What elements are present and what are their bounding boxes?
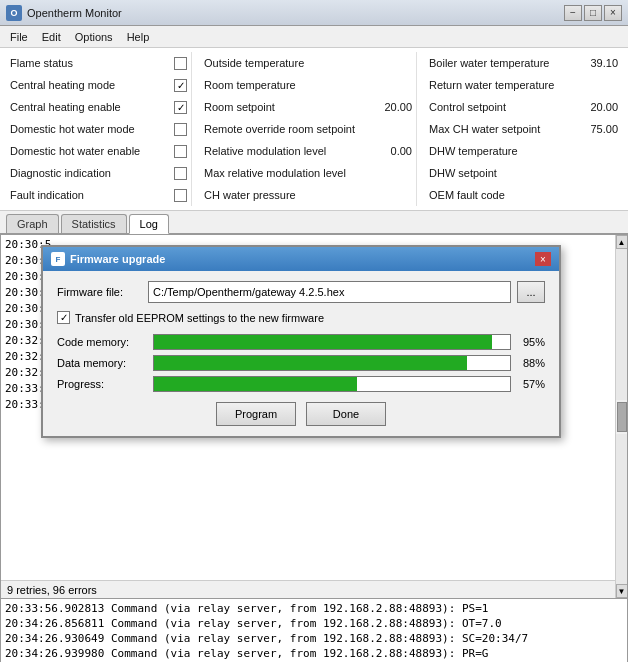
close-button[interactable]: ×: [604, 5, 622, 21]
minimize-button[interactable]: −: [564, 5, 582, 21]
rel-mod-label: Relative modulation level: [204, 145, 326, 157]
diag-label: Diagnostic indication: [10, 167, 111, 179]
status-row-dhw-mode: Domestic hot water mode: [6, 118, 191, 140]
app-icon: O: [6, 5, 22, 21]
outside-temp-label: Outside temperature: [204, 57, 304, 69]
tab-graph[interactable]: Graph: [6, 214, 59, 233]
tab-log[interactable]: Log: [129, 214, 169, 234]
code-memory-row: Code memory: 95%: [57, 334, 545, 350]
transfer-label: Transfer old EEPROM settings to the new …: [75, 312, 324, 324]
progress-row: Progress: 57%: [57, 376, 545, 392]
menu-help[interactable]: Help: [121, 29, 156, 45]
title-buttons: − □ ×: [564, 5, 622, 21]
menu-bar: File Edit Options Help: [0, 26, 628, 48]
mid-row-remote-override: Remote override room setpoint: [200, 118, 416, 140]
dhw-mode-label: Domestic hot water mode: [10, 123, 135, 135]
dialog-close-button[interactable]: ×: [535, 252, 551, 266]
room-temp-label: Room temperature: [204, 79, 296, 91]
status-row-dhw-enable: Domestic hot water enable: [6, 140, 191, 162]
mid-row-room-setpoint: Room setpoint 20.00: [200, 96, 416, 118]
menu-options[interactable]: Options: [69, 29, 119, 45]
tab-statistics[interactable]: Statistics: [61, 214, 127, 233]
bottom-log: 20:33:56.902813 Command (via relay serve…: [0, 599, 628, 662]
transfer-checkbox[interactable]: ✓: [57, 311, 70, 324]
fault-label: Fault indication: [10, 189, 84, 201]
room-setpoint-label: Room setpoint: [204, 101, 275, 113]
status-row-fault: Fault indication: [6, 184, 191, 206]
status-row-diag: Diagnostic indication: [6, 162, 191, 184]
right-row-control-setpoint: Control setpoint 20.00: [425, 96, 622, 118]
browse-button[interactable]: ...: [517, 281, 545, 303]
ch-enable-checkbox[interactable]: [174, 101, 187, 114]
progress-pct: 57%: [517, 378, 545, 390]
firmware-file-row: Firmware file: ...: [57, 281, 545, 303]
menu-file[interactable]: File: [4, 29, 34, 45]
program-button[interactable]: Program: [216, 402, 296, 426]
right-row-return-temp: Return water temperature: [425, 74, 622, 96]
progress-label: Progress:: [57, 378, 147, 390]
scrollbar[interactable]: ▲ ▼: [615, 235, 627, 598]
code-memory-label: Code memory:: [57, 336, 147, 348]
diag-checkbox[interactable]: [174, 167, 187, 180]
firmware-file-input[interactable]: [148, 281, 511, 303]
dialog-title-left: F Firmware upgrade: [51, 252, 165, 266]
tabs-section: Graph Statistics Log: [0, 211, 628, 234]
dhw-mode-checkbox[interactable]: [174, 123, 187, 136]
right-row-dhw-setpoint: DHW setpoint: [425, 162, 622, 184]
log-line-bottom: 20:33:56.902813 Command (via relay serve…: [5, 601, 623, 616]
ch-mode-checkbox[interactable]: [174, 79, 187, 92]
dialog-body: Firmware file: ... ✓ Transfer old EEPROM…: [43, 271, 559, 436]
log-line-bottom: 20:34:26.856811 Command (via relay serve…: [5, 616, 623, 631]
code-memory-bar: [153, 334, 511, 350]
dialog-title: Firmware upgrade: [70, 253, 165, 265]
scroll-down-arrow[interactable]: ▼: [616, 584, 628, 598]
firmware-dialog: F Firmware upgrade × Firmware file: ... …: [41, 245, 561, 438]
max-mod-label: Max relative modulation level: [204, 167, 346, 179]
ch-pressure-label: CH water pressure: [204, 189, 296, 201]
status-row-ch-mode: Central heating mode: [6, 74, 191, 96]
data-memory-bar: [153, 355, 511, 371]
log-line-bottom: 20:34:26.930649 Command (via relay serve…: [5, 631, 623, 646]
progress-section: Code memory: 95% Data memory: 88% Pr: [57, 334, 545, 392]
title-bar-left: O Opentherm Monitor: [6, 5, 122, 21]
main-content: Flame status Central heating mode Centra…: [0, 48, 628, 211]
title-bar: O Opentherm Monitor − □ ×: [0, 0, 628, 26]
remote-override-label: Remote override room setpoint: [204, 123, 355, 135]
log-area: 20:30:5 20:30:5 20:30:5 20:30:5 20:30:5 …: [0, 234, 628, 599]
status-row-ch-enable: Central heating enable: [6, 96, 191, 118]
ch-mode-label: Central heating mode: [10, 79, 115, 91]
dhw-enable-label: Domestic hot water enable: [10, 145, 140, 157]
data-memory-fill: [154, 356, 467, 370]
code-memory-pct: 95%: [517, 336, 545, 348]
dhw-temp-label: DHW temperature: [429, 145, 518, 157]
right-row-boiler-temp: Boiler water temperature 39.10: [425, 52, 622, 74]
done-button[interactable]: Done: [306, 402, 386, 426]
firmware-file-label: Firmware file:: [57, 286, 142, 298]
fault-checkbox[interactable]: [174, 189, 187, 202]
mid-row-max-mod: Max relative modulation level: [200, 162, 416, 184]
data-memory-row: Data memory: 88%: [57, 355, 545, 371]
flame-status-checkbox[interactable]: [174, 57, 187, 70]
room-setpoint-value: 20.00: [377, 101, 412, 113]
return-temp-label: Return water temperature: [429, 79, 554, 91]
dialog-buttons: Program Done: [57, 402, 545, 426]
scroll-up-arrow[interactable]: ▲: [616, 235, 628, 249]
oem-fault-label: OEM fault code: [429, 189, 505, 201]
dialog-icon: F: [51, 252, 65, 266]
transfer-row: ✓ Transfer old EEPROM settings to the ne…: [57, 311, 545, 324]
data-memory-label: Data memory:: [57, 357, 147, 369]
retries-line: 9 retries, 96 errors: [1, 580, 627, 598]
retries-text: 9 retries, 96 errors: [7, 584, 97, 596]
scroll-thumb[interactable]: [617, 402, 627, 432]
middle-column: Outside temperature Room temperature Roo…: [191, 52, 416, 206]
boiler-temp-value: 39.10: [583, 57, 618, 69]
maximize-button[interactable]: □: [584, 5, 602, 21]
mid-row-rel-mod: Relative modulation level 0.00: [200, 140, 416, 162]
scroll-track: [616, 249, 628, 400]
ch-enable-label: Central heating enable: [10, 101, 121, 113]
progress-bar: [153, 376, 511, 392]
dhw-enable-checkbox[interactable]: [174, 145, 187, 158]
app-title: Opentherm Monitor: [27, 7, 122, 19]
dialog-title-bar: F Firmware upgrade ×: [43, 247, 559, 271]
menu-edit[interactable]: Edit: [36, 29, 67, 45]
